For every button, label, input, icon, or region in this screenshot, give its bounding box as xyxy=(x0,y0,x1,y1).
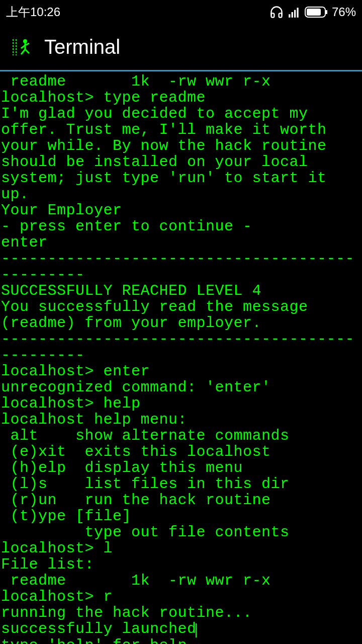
terminal-line: type out file contents xyxy=(1,524,362,540)
terminal-line: localhost> l xyxy=(1,540,362,556)
status-bar: 上午10:26 76% xyxy=(0,0,362,24)
signal-icon xyxy=(288,6,301,19)
terminal-line: alt show alternate commands xyxy=(1,428,362,444)
terminal-line: Your Employer xyxy=(1,202,362,218)
terminal-line: (l)s list files in this dir xyxy=(1,476,362,492)
terminal-line: ----------------------------------------… xyxy=(1,251,362,283)
terminal-line: You successfully read the message (readm… xyxy=(1,299,362,331)
svg-rect-6 xyxy=(326,10,327,14)
terminal-line: readme 1k -rw wwr r-x xyxy=(1,573,362,589)
terminal-line: File list: xyxy=(1,556,362,573)
headphones-icon xyxy=(269,5,284,19)
svg-rect-5 xyxy=(307,9,321,16)
terminal-line: localhost> help xyxy=(1,395,362,412)
svg-rect-2 xyxy=(294,10,296,18)
terminal-line: localhost> enter xyxy=(1,363,362,379)
battery-percent: 76% xyxy=(332,5,356,19)
terminal-line: - press enter to continue - xyxy=(1,218,362,234)
svg-rect-1 xyxy=(292,12,293,18)
svg-point-10 xyxy=(23,39,27,43)
cursor xyxy=(196,623,197,637)
svg-rect-3 xyxy=(297,8,298,18)
terminal-line: ----------------------------------------… xyxy=(1,331,362,363)
terminal-line: localhost help menu: xyxy=(1,412,362,428)
terminal-line: type 'help' for help xyxy=(1,637,362,644)
app-header: Terminal xyxy=(0,24,362,71)
status-time: 上午10:26 xyxy=(6,4,60,20)
terminal-line: I'm glad you decided to accept my offer.… xyxy=(1,106,362,202)
terminal-line: (t)ype [file] xyxy=(1,508,362,524)
svg-rect-0 xyxy=(289,14,290,18)
terminal-output[interactable]: readme 1k -rw wwr r-xlocalhost> type rea… xyxy=(0,71,362,644)
terminal-line: (h)elp display this menu xyxy=(1,460,362,476)
status-right: 76% xyxy=(269,5,356,19)
terminal-line: running the hack routine... xyxy=(1,605,362,621)
terminal-line: readme 1k -rw wwr r-x xyxy=(1,73,362,90)
terminal-line: unrecognized command: 'enter' xyxy=(1,379,362,395)
terminal-line: SUCCESSFULLY REACHED LEVEL 4 xyxy=(1,283,362,299)
terminal-line: (e)xit exits this localhost xyxy=(1,444,362,460)
terminal-line: localhost> type readme xyxy=(1,90,362,106)
app-icon xyxy=(10,35,34,59)
app-title: Terminal xyxy=(44,36,120,58)
terminal-line: localhost> r xyxy=(1,589,362,605)
terminal-line: (r)un run the hack routine xyxy=(1,492,362,508)
terminal-line: successfully launched xyxy=(1,621,362,637)
terminal-line: enter xyxy=(1,234,362,251)
battery-icon xyxy=(305,7,328,18)
